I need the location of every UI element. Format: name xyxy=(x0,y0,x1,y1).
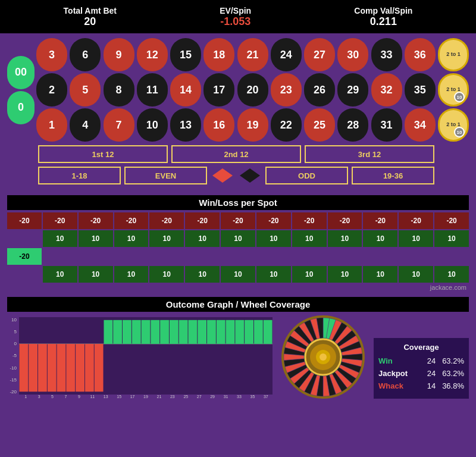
number-cell-1[interactable]: 1 xyxy=(36,108,67,142)
number-cell-19[interactable]: 19 xyxy=(237,108,268,142)
number-cell-16[interactable]: 16 xyxy=(203,108,234,142)
number-cell-5[interactable]: 5 xyxy=(70,73,101,107)
double-zero-cell[interactable]: 00 xyxy=(7,56,35,89)
number-cell-24[interactable]: 24 xyxy=(271,38,302,71)
wl-cell-r0-c1: -20 xyxy=(43,212,77,229)
wl-cell-r1-c10: 10 xyxy=(363,230,397,247)
wl-cell-r0-c9: -20 xyxy=(328,212,362,229)
brand-footer: jackace.com xyxy=(7,283,469,292)
number-cell-28[interactable]: 28 xyxy=(337,108,368,142)
number-cell-22[interactable]: 22 xyxy=(271,108,302,142)
number-cell-35[interactable]: 35 xyxy=(405,73,436,107)
wl-cell-r2-c10 xyxy=(363,248,397,265)
total-amt-bet-col: Total Amt Bet 20 xyxy=(64,6,117,28)
number-cell-9[interactable]: 9 xyxy=(104,38,134,71)
number-cell-32[interactable]: 32 xyxy=(371,73,402,107)
bet-1-18[interactable]: 1-18 xyxy=(38,167,121,184)
y-0: 0 xyxy=(7,341,17,346)
wl-cell-r0-c11: -20 xyxy=(399,212,433,229)
diamond-red[interactable] xyxy=(211,167,234,184)
bet-19-36[interactable]: 19-36 xyxy=(352,167,434,184)
number-cell-29[interactable]: 29 xyxy=(337,73,368,107)
win-loss-header: Win/Loss per Spot xyxy=(7,195,469,210)
bar-26 xyxy=(264,320,273,344)
wl-cell-r2-c12 xyxy=(434,248,469,265)
number-cell-6[interactable]: 6 xyxy=(70,38,101,71)
y-10: 10 xyxy=(7,317,17,323)
number-cell-34[interactable]: 34 xyxy=(405,108,436,142)
number-cell-33[interactable]: 33 xyxy=(371,38,402,71)
outcome-section: Outcome Graph / Wheel Coverage 10 5 0 -5… xyxy=(0,295,476,401)
bar-13 xyxy=(142,320,151,344)
bar-6 xyxy=(76,344,84,392)
number-cell-27[interactable]: 27 xyxy=(304,38,335,71)
x-label-11: 11 xyxy=(86,395,99,399)
win-loss-section: Win/Loss per Spot -20-20-20-20-20-20-20-… xyxy=(0,193,476,295)
win-loss-grid: -20-20-20-20-20-20-20-20-20-20-20-20-201… xyxy=(7,212,469,283)
number-cell-15[interactable]: 15 xyxy=(170,38,201,71)
number-cell-2[interactable]: 2 xyxy=(36,73,67,107)
stats-header: Total Amt Bet 20 EV/Spin -1.053 Comp Val… xyxy=(0,0,476,33)
number-cell-23[interactable]: 23 xyxy=(271,73,302,107)
number-cell-17[interactable]: 17 xyxy=(203,73,234,107)
number-cell-12[interactable]: 12 xyxy=(137,38,168,71)
wl-cell-r1-c4: 10 xyxy=(149,230,184,247)
whack-values: 14 36.8% xyxy=(427,381,464,390)
zero-cell[interactable]: 0 xyxy=(7,91,35,124)
bar-1 xyxy=(29,344,37,392)
number-cell-20[interactable]: 20 xyxy=(237,73,268,107)
wl-cell-r3-c11: 10 xyxy=(399,266,433,283)
side-bet-mid[interactable]: 2 to 1 10 xyxy=(438,73,469,107)
wl-cell-r1-c12: 10 xyxy=(434,230,469,247)
whack-label: Whack xyxy=(378,381,403,390)
number-cell-11[interactable]: 11 xyxy=(137,73,168,107)
number-cell-26[interactable]: 26 xyxy=(304,73,335,107)
number-cell-36[interactable]: 36 xyxy=(405,38,436,71)
dozen-3rd[interactable]: 3rd 12 xyxy=(305,145,434,163)
side-bet-bot[interactable]: 2 to 1 10 xyxy=(438,108,469,142)
x-label-1: 1 xyxy=(19,395,32,399)
wl-cell-r0-c8: -20 xyxy=(292,212,327,229)
number-cell-7[interactable]: 7 xyxy=(104,108,134,142)
wl-cell-r3-c12: 10 xyxy=(434,266,469,283)
bar-7 xyxy=(85,344,94,392)
bar-22 xyxy=(226,320,235,344)
number-cell-14[interactable]: 14 xyxy=(170,73,201,107)
x-label-25: 25 xyxy=(179,395,192,399)
wl-cell-r2-c7 xyxy=(256,248,291,265)
bet-even[interactable]: EVEN xyxy=(124,167,207,184)
bar-20 xyxy=(207,320,216,344)
number-cell-4[interactable]: 4 xyxy=(70,108,101,142)
bet-odd[interactable]: ODD xyxy=(265,167,348,184)
x-label-17: 17 xyxy=(126,395,139,399)
side-bets-column: 2 to 1 2 to 1 10 2 to 1 10 xyxy=(438,38,469,142)
x-label-31: 31 xyxy=(219,395,232,399)
wheel-area xyxy=(278,315,368,399)
number-cell-25[interactable]: 25 xyxy=(304,108,335,142)
number-cell-3[interactable]: 3 xyxy=(36,38,67,71)
number-cell-21[interactable]: 21 xyxy=(237,38,268,71)
x-label-21: 21 xyxy=(152,395,165,399)
diamond-black[interactable] xyxy=(238,167,262,184)
dozen-1st[interactable]: 1st 12 xyxy=(38,145,168,163)
wl-cell-r1-c1: 10 xyxy=(43,230,77,247)
wl-cell-r1-c11: 10 xyxy=(399,230,433,247)
dozen-2nd[interactable]: 2nd 12 xyxy=(171,145,301,163)
number-cell-10[interactable]: 10 xyxy=(137,108,168,142)
wl-cell-r2-c3 xyxy=(114,248,149,265)
wl-cell-r1-c2: 10 xyxy=(79,230,113,247)
wl-cell-r0-c3: -20 xyxy=(114,212,149,229)
number-cell-30[interactable]: 30 xyxy=(337,38,368,71)
wl-cell-r0-c2: -20 xyxy=(79,212,113,229)
outcome-header: Outcome Graph / Wheel Coverage xyxy=(7,297,469,312)
x-label-5: 5 xyxy=(46,395,59,399)
number-cell-31[interactable]: 31 xyxy=(371,108,402,142)
bar-10 xyxy=(113,320,122,344)
side-bet-top[interactable]: 2 to 1 xyxy=(438,38,469,71)
number-cell-18[interactable]: 18 xyxy=(203,38,234,71)
wl-cell-r1-c3: 10 xyxy=(114,230,149,247)
number-cell-8[interactable]: 8 xyxy=(104,73,134,107)
bottom-row: 1-18 EVEN ODD 19-36 xyxy=(7,167,469,184)
number-cell-13[interactable]: 13 xyxy=(170,108,201,142)
wl-cell-r1-c0 xyxy=(7,230,42,247)
